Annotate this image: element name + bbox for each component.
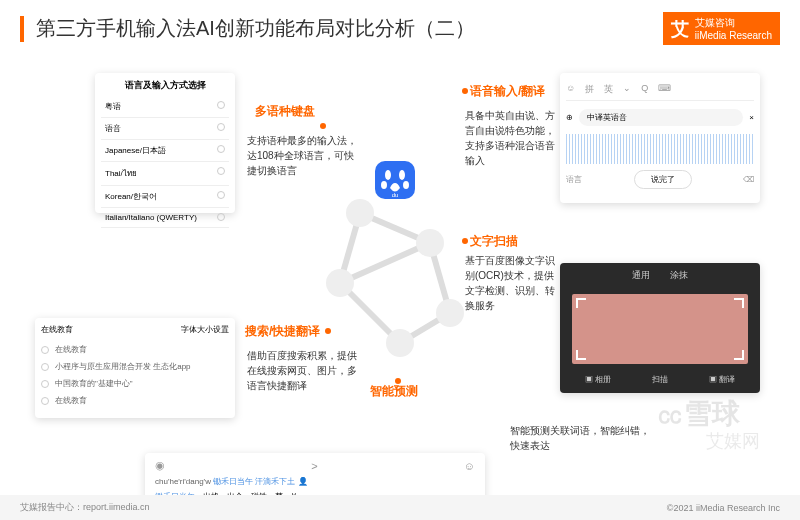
feat3-title: 语音输入/翻译 <box>470 83 545 100</box>
close-icon: × <box>749 113 754 122</box>
page-title: 第三方手机输入法AI创新功能布局对比分析（二） <box>36 15 663 42</box>
feat5-desc: 智能预测关联词语，智能纠错，快速表达 <box>510 423 650 453</box>
svg-point-16 <box>386 329 414 357</box>
card1-header: 语言及输入方式选择 <box>101 79 229 92</box>
feat3-desc: 具备中英自由说、方言自由说特色功能，支持多语种混合语音输入 <box>465 108 555 168</box>
dot <box>325 328 331 334</box>
content-area: 语言及输入方式选择 粤语 语音 Japanese/日本語 Thai/ไทย Ko… <box>0 53 800 483</box>
feat1-desc: 支持语种最多的输入法，达108种全球语言，可快捷切换语言 <box>247 133 357 178</box>
watermark2: 艾媒网 <box>706 429 760 453</box>
gallery-icon: ▣ 相册 <box>585 374 611 385</box>
feat1-title: 多语种键盘 <box>255 103 315 120</box>
title-accent <box>20 16 24 42</box>
dot <box>462 238 468 244</box>
footer: 艾媒报告中心：report.iimedia.cn ©2021 iiMedia R… <box>0 495 800 520</box>
smile-icon: ☺ <box>464 460 475 472</box>
translate-icon: ▣ 翻译 <box>709 374 735 385</box>
svg-point-1 <box>385 170 391 180</box>
lang-row: 语音 <box>101 118 229 140</box>
logo-icon: 艾 <box>671 17 689 41</box>
keyboard-icon: ⌨ <box>658 83 671 96</box>
voice-input-screenshot: ☺拼英⌄Q⌨ ⊕中译英语音× 语言说完了⌫ <box>560 73 760 203</box>
brand-logo: 艾 艾媒咨询iiMedia Research <box>663 12 780 45</box>
lang-row: 粤语 <box>101 96 229 118</box>
lang-row: Italian/Italiano (QWERTY) <box>101 208 229 228</box>
network-diagram <box>310 183 480 363</box>
feat2-desc: 借助百度搜索积累，提供在线搜索网页、图片，多语言快捷翻译 <box>247 348 357 393</box>
svg-point-12 <box>346 199 374 227</box>
ocr-scan-screenshot: 通用涂抹 ▣ 相册扫描▣ 翻译 <box>560 263 760 393</box>
dot <box>320 123 326 129</box>
footer-left: 艾媒报告中心：report.iimedia.cn <box>20 501 150 514</box>
svg-point-13 <box>416 229 444 257</box>
dot <box>395 378 401 384</box>
feat4-title: 文字扫描 <box>470 233 518 250</box>
svg-line-11 <box>340 243 430 283</box>
feat2-title: 搜索/快捷翻译 <box>245 323 320 340</box>
feat5-title: 智能预测 <box>370 383 418 400</box>
watermark: ㏄雪球 <box>656 395 740 433</box>
svg-point-15 <box>436 299 464 327</box>
language-list-screenshot: 语言及输入方式选择 粤语 语音 Japanese/日本語 Thai/ไทย Ko… <box>95 73 235 213</box>
globe-icon: ⊕ <box>566 113 573 122</box>
done-button: 说完了 <box>634 170 692 189</box>
svg-point-14 <box>326 269 354 297</box>
lang-row: Korean/한국어 <box>101 186 229 208</box>
feat4-desc: 基于百度图像文字识别(OCR)技术，提供文字检测、识别、转换服务 <box>465 253 555 313</box>
dot <box>462 88 468 94</box>
lang-row: Thai/ไทย <box>101 162 229 186</box>
header: 第三方手机输入法AI创新功能布局对比分析（二） 艾 艾媒咨询iiMedia Re… <box>0 0 800 53</box>
svg-point-2 <box>399 170 405 180</box>
search-options-screenshot: 在线教育字体大小设置 在线教育 小程序与原生应用混合开发 生态化app 中国教育… <box>35 318 235 418</box>
baidu-small-icon: ◉ <box>155 459 165 472</box>
mic-icon: ⌄ <box>623 83 631 96</box>
backspace-icon: ⌫ <box>743 175 754 184</box>
footer-right: ©2021 iiMedia Research Inc <box>667 503 780 513</box>
waveform <box>566 134 754 164</box>
lang-row: Japanese/日本語 <box>101 140 229 162</box>
smile-icon: ☺ <box>566 83 575 96</box>
